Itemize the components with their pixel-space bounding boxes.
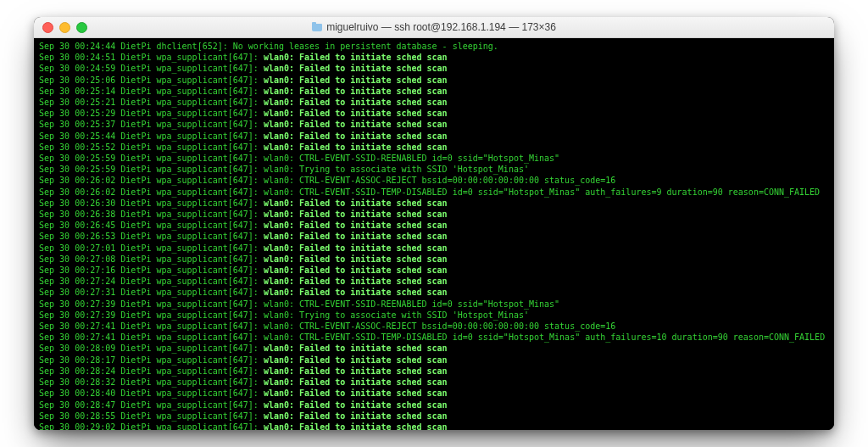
log-message: wlan0: Failed to initiate sched scan xyxy=(264,377,448,387)
log-line: Sep 30 00:28:32 DietPi wpa_supplicant[64… xyxy=(39,377,829,388)
log-prefix: Sep 30 00:25:59 DietPi wpa_supplicant[64… xyxy=(39,165,264,174)
log-message: wlan0: Failed to initiate sched scan xyxy=(264,198,448,208)
log-line: Sep 30 00:25:21 DietPi wpa_supplicant[64… xyxy=(39,97,829,108)
log-message: wlan0: Failed to initiate sched scan xyxy=(264,232,448,241)
log-line: Sep 30 00:28:40 DietPi wpa_supplicant[64… xyxy=(39,388,829,399)
log-message: wlan0: Failed to initiate sched scan xyxy=(264,422,448,430)
log-line: Sep 30 00:26:02 DietPi wpa_supplicant[64… xyxy=(39,187,829,198)
log-prefix: Sep 30 00:25:44 DietPi wpa_supplicant[64… xyxy=(39,131,264,141)
log-line: Sep 30 00:26:02 DietPi wpa_supplicant[64… xyxy=(39,175,829,186)
log-prefix: Sep 30 00:25:21 DietPi wpa_supplicant[64… xyxy=(39,98,264,107)
window-title-text: miguelruivo — ssh root@192.168.1.194 — 1… xyxy=(326,21,556,33)
log-prefix: Sep 30 00:26:45 DietPi wpa_supplicant[64… xyxy=(39,221,264,230)
minimize-icon[interactable] xyxy=(59,22,70,33)
log-prefix: Sep 30 00:26:02 DietPi wpa_supplicant[64… xyxy=(39,187,264,197)
log-message: wlan0: Failed to initiate sched scan xyxy=(264,355,448,365)
log-message: wlan0: Trying to associate with SSID 'Ho… xyxy=(264,165,529,174)
log-line: Sep 30 00:27:01 DietPi wpa_supplicant[64… xyxy=(39,243,829,254)
log-line: Sep 30 00:26:53 DietPi wpa_supplicant[64… xyxy=(39,231,829,242)
log-prefix: Sep 30 00:27:08 DietPi wpa_supplicant[64… xyxy=(39,254,264,264)
log-message: wlan0: CTRL-EVENT-SSID-TEMP-DISABLED id=… xyxy=(264,332,825,342)
log-prefix: Sep 30 00:28:32 DietPi wpa_supplicant[64… xyxy=(39,377,264,387)
zoom-icon[interactable] xyxy=(76,22,87,33)
log-line: Sep 30 00:27:24 DietPi wpa_supplicant[64… xyxy=(39,276,829,287)
log-line: Sep 30 00:27:31 DietPi wpa_supplicant[64… xyxy=(39,287,829,298)
log-prefix: Sep 30 00:28:24 DietPi wpa_supplicant[64… xyxy=(39,366,264,376)
log-message: wlan0: Failed to initiate sched scan xyxy=(264,98,448,107)
log-message: wlan0: CTRL-EVENT-ASSOC-REJECT bssid=00:… xyxy=(264,176,615,185)
traffic-lights xyxy=(34,22,87,33)
log-message: wlan0: Failed to initiate sched scan xyxy=(264,221,448,230)
log-message: wlan0: Failed to initiate sched scan xyxy=(264,75,448,85)
log-line: Sep 30 00:28:24 DietPi wpa_supplicant[64… xyxy=(39,366,829,377)
folder-icon xyxy=(312,24,322,31)
log-line: Sep 30 00:27:39 DietPi wpa_supplicant[64… xyxy=(39,299,829,310)
log-message: wlan0: Failed to initiate sched scan xyxy=(264,64,448,73)
log-prefix: Sep 30 00:26:38 DietPi wpa_supplicant[64… xyxy=(39,210,264,219)
log-line: Sep 30 00:25:59 DietPi wpa_supplicant[64… xyxy=(39,164,829,175)
log-message: wlan0: Failed to initiate sched scan xyxy=(264,131,448,141)
log-line: Sep 30 00:25:06 DietPi wpa_supplicant[64… xyxy=(39,75,829,86)
log-message: wlan0: Failed to initiate sched scan xyxy=(264,109,448,118)
log-message: wlan0: Failed to initiate sched scan xyxy=(264,210,448,219)
log-line: Sep 30 00:24:51 DietPi wpa_supplicant[64… xyxy=(39,52,829,63)
log-prefix: Sep 30 00:26:53 DietPi wpa_supplicant[64… xyxy=(39,232,264,241)
log-line: Sep 30 00:27:08 DietPi wpa_supplicant[64… xyxy=(39,254,829,265)
log-line: Sep 30 00:27:41 DietPi wpa_supplicant[64… xyxy=(39,321,829,332)
log-line: Sep 30 00:29:02 DietPi wpa_supplicant[64… xyxy=(39,422,829,430)
log-line: Sep 30 00:28:47 DietPi wpa_supplicant[64… xyxy=(39,400,829,411)
log-line: Sep 30 00:28:09 DietPi wpa_supplicant[64… xyxy=(39,343,829,354)
log-line: Sep 30 00:24:44 DietPi dhclient[652]: No… xyxy=(39,41,829,52)
log-message: wlan0: Failed to initiate sched scan xyxy=(264,53,448,62)
log-message: wlan0: Failed to initiate sched scan xyxy=(264,288,448,297)
log-prefix: Sep 30 00:27:31 DietPi wpa_supplicant[64… xyxy=(39,288,264,297)
log-prefix: Sep 30 00:27:24 DietPi wpa_supplicant[64… xyxy=(39,277,264,286)
window-title: miguelruivo — ssh root@192.168.1.194 — 1… xyxy=(34,21,834,33)
log-message: wlan0: Trying to associate with SSID 'Ho… xyxy=(264,310,529,320)
log-line: Sep 30 00:25:59 DietPi wpa_supplicant[64… xyxy=(39,153,829,164)
log-prefix: Sep 30 00:25:29 DietPi wpa_supplicant[64… xyxy=(39,109,264,118)
log-line: Sep 30 00:25:52 DietPi wpa_supplicant[64… xyxy=(39,142,829,153)
log-prefix: Sep 30 00:28:40 DietPi wpa_supplicant[64… xyxy=(39,388,264,398)
log-prefix: Sep 30 00:29:02 DietPi wpa_supplicant[64… xyxy=(39,422,264,430)
log-line: Sep 30 00:26:45 DietPi wpa_supplicant[64… xyxy=(39,220,829,231)
log-prefix: Sep 30 00:27:16 DietPi wpa_supplicant[64… xyxy=(39,265,264,275)
log-prefix: Sep 30 00:28:17 DietPi wpa_supplicant[64… xyxy=(39,355,264,365)
log-message: wlan0: Failed to initiate sched scan xyxy=(264,243,448,253)
log-line: Sep 30 00:25:14 DietPi wpa_supplicant[64… xyxy=(39,86,829,97)
log-prefix: Sep 30 00:26:02 DietPi wpa_supplicant[64… xyxy=(39,176,264,185)
log-message: wlan0: Failed to initiate sched scan xyxy=(264,277,448,286)
log-message: No working leases in persistent database… xyxy=(233,42,498,51)
log-message: wlan0: Failed to initiate sched scan xyxy=(264,142,448,152)
log-prefix: Sep 30 00:27:41 DietPi wpa_supplicant[64… xyxy=(39,332,264,342)
log-prefix: Sep 30 00:28:47 DietPi wpa_supplicant[64… xyxy=(39,400,264,410)
terminal-body[interactable]: Sep 30 00:24:44 DietPi dhclient[652]: No… xyxy=(34,38,834,430)
log-message: wlan0: Failed to initiate sched scan xyxy=(264,265,448,275)
log-prefix: Sep 30 00:25:06 DietPi wpa_supplicant[64… xyxy=(39,75,264,85)
log-prefix: Sep 30 00:25:14 DietPi wpa_supplicant[64… xyxy=(39,87,264,96)
log-line: Sep 30 00:27:16 DietPi wpa_supplicant[64… xyxy=(39,265,829,276)
log-prefix: Sep 30 00:25:59 DietPi wpa_supplicant[64… xyxy=(39,154,264,163)
log-line: Sep 30 00:27:41 DietPi wpa_supplicant[64… xyxy=(39,332,829,343)
log-prefix: Sep 30 00:26:30 DietPi wpa_supplicant[64… xyxy=(39,198,264,208)
log-message: wlan0: Failed to initiate sched scan xyxy=(264,411,448,421)
log-line: Sep 30 00:28:17 DietPi wpa_supplicant[64… xyxy=(39,355,829,366)
log-prefix: Sep 30 00:24:44 DietPi dhclient[652]: xyxy=(39,42,233,51)
log-line: Sep 30 00:24:59 DietPi wpa_supplicant[64… xyxy=(39,63,829,74)
terminal-window: miguelruivo — ssh root@192.168.1.194 — 1… xyxy=(34,17,834,430)
log-message: wlan0: CTRL-EVENT-ASSOC-REJECT bssid=00:… xyxy=(264,321,615,331)
close-icon[interactable] xyxy=(42,22,53,33)
log-message: wlan0: CTRL-EVENT-SSID-REENABLED id=0 ss… xyxy=(264,154,559,163)
log-message: wlan0: Failed to initiate sched scan xyxy=(264,366,448,376)
log-line: Sep 30 00:25:37 DietPi wpa_supplicant[64… xyxy=(39,119,829,130)
log-line: Sep 30 00:26:38 DietPi wpa_supplicant[64… xyxy=(39,209,829,220)
log-line: Sep 30 00:25:44 DietPi wpa_supplicant[64… xyxy=(39,131,829,142)
log-message: wlan0: Failed to initiate sched scan xyxy=(264,254,448,264)
log-prefix: Sep 30 00:25:37 DietPi wpa_supplicant[64… xyxy=(39,120,264,129)
log-message: wlan0: Failed to initiate sched scan xyxy=(264,400,448,410)
log-message: wlan0: Failed to initiate sched scan xyxy=(264,388,448,398)
titlebar: miguelruivo — ssh root@192.168.1.194 — 1… xyxy=(34,17,834,38)
log-prefix: Sep 30 00:27:39 DietPi wpa_supplicant[64… xyxy=(39,299,264,309)
log-line: Sep 30 00:26:30 DietPi wpa_supplicant[64… xyxy=(39,198,829,209)
log-message: wlan0: CTRL-EVENT-SSID-TEMP-DISABLED id=… xyxy=(264,187,820,197)
